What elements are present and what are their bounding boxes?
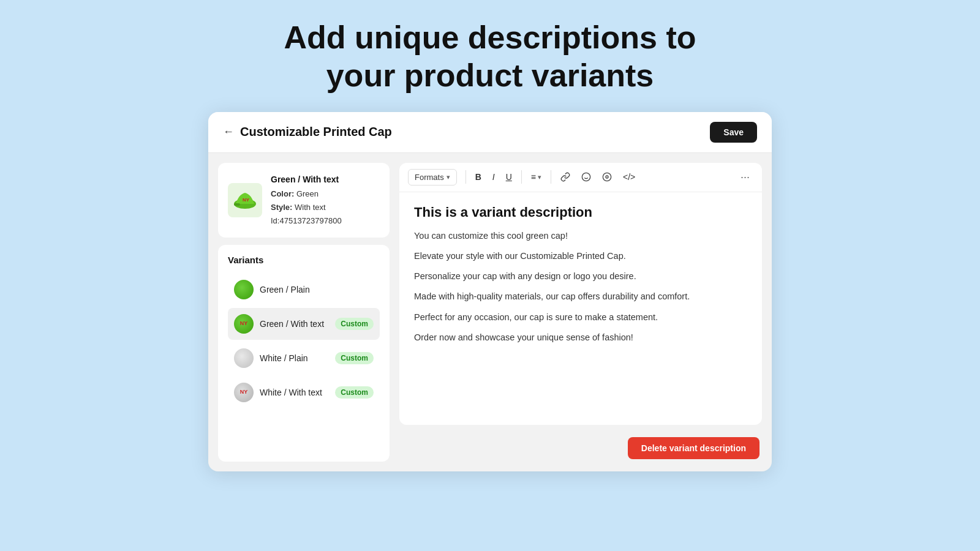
custom-badge-green-text: Custom xyxy=(335,318,374,330)
link-button[interactable] xyxy=(556,169,575,185)
italic-button[interactable]: I xyxy=(488,169,499,185)
link-icon xyxy=(560,172,570,182)
emoji-icon xyxy=(581,172,591,182)
save-button[interactable]: Save xyxy=(710,122,757,143)
product-image: NY xyxy=(228,183,262,217)
window-body: NY Green / With text Color: Green Style:… xyxy=(208,153,772,471)
product-color: Color: Green xyxy=(271,187,342,201)
product-id: Id:47513723797800 xyxy=(271,214,342,228)
window-header: ← Customizable Printed Cap Save xyxy=(208,112,772,153)
editor-para-5: Order now and showcase your unique sense… xyxy=(414,331,747,345)
media-button[interactable] xyxy=(598,169,616,185)
align-chevron-icon: ▾ xyxy=(538,173,541,181)
variants-title: Variants xyxy=(228,255,380,265)
variant-dot-green-plain xyxy=(234,280,254,299)
toolbar-separator-1 xyxy=(466,170,466,184)
variant-label-white-plain: White / Plain xyxy=(260,353,329,363)
variant-item-white-text[interactable]: NY White / With text Custom xyxy=(228,377,380,408)
editor-para-0: You can customize this cool green cap! xyxy=(414,229,747,243)
custom-badge-white-text: Custom xyxy=(335,386,374,399)
formats-chevron-icon: ▾ xyxy=(447,173,450,181)
editor-para-4: Perfect for any occasion, our cap is sur… xyxy=(414,310,747,324)
page-title: Add unique descriptions to your product … xyxy=(284,18,696,95)
svg-point-7 xyxy=(606,176,608,178)
variant-item-green-text[interactable]: NY Green / With text Custom xyxy=(228,308,380,340)
editor-content[interactable]: This is a variant description You can cu… xyxy=(399,192,762,425)
product-variant-name: Green / With text xyxy=(271,173,342,187)
emoji-button[interactable] xyxy=(577,169,595,185)
editor-para-3: Made with high-quality materials, our ca… xyxy=(414,290,747,304)
svg-point-6 xyxy=(603,173,611,181)
back-arrow-icon[interactable]: ← xyxy=(223,126,234,138)
code-button[interactable]: </> xyxy=(619,169,639,185)
product-cap-icon: NY xyxy=(233,188,257,212)
variant-dot-white-text: NY xyxy=(234,383,254,402)
bottom-bar: Delete variant description xyxy=(399,432,762,462)
formats-select[interactable]: Formats ▾ xyxy=(408,169,457,186)
svg-rect-1 xyxy=(234,203,240,206)
editor-card: Formats ▾ B I U ≡ ▾ xyxy=(399,163,762,425)
app-window: ← Customizable Printed Cap Save NY xyxy=(208,112,772,471)
editor-para-1: Elevate your style with our Customizable… xyxy=(414,249,747,263)
media-icon xyxy=(602,172,612,182)
editor-toolbar: Formats ▾ B I U ≡ ▾ xyxy=(399,163,762,192)
variant-dot-white-plain xyxy=(234,348,254,368)
svg-point-3 xyxy=(582,173,590,181)
variant-item-white-plain[interactable]: White / Plain Custom xyxy=(228,342,380,374)
variant-item-green-plain[interactable]: Green / Plain xyxy=(228,274,380,305)
product-style: Style: With text xyxy=(271,201,342,214)
variant-list: Green / Plain NY Green / With text Custo… xyxy=(228,274,380,408)
svg-text:NY: NY xyxy=(243,197,250,203)
right-panel: Formats ▾ B I U ≡ ▾ xyxy=(399,163,762,462)
variant-dot-green-text: NY xyxy=(234,314,254,334)
custom-badge-white-plain: Custom xyxy=(335,352,374,364)
variant-label-green-text: Green / With text xyxy=(260,319,329,329)
variants-card: Variants Green / Plain NY Green / With t… xyxy=(218,245,390,462)
delete-variant-button[interactable]: Delete variant description xyxy=(628,437,760,459)
product-title: Customizable Printed Cap xyxy=(240,125,392,139)
editor-heading: This is a variant description xyxy=(414,204,747,220)
product-card: NY Green / With text Color: Green Style:… xyxy=(218,163,390,238)
align-button[interactable]: ≡ ▾ xyxy=(527,169,546,185)
toolbar-separator-2 xyxy=(521,170,522,184)
underline-button[interactable]: U xyxy=(502,169,516,185)
bold-button[interactable]: B xyxy=(471,169,486,185)
variant-label-green-plain: Green / Plain xyxy=(260,285,374,294)
editor-para-2: Personalize your cap with any design or … xyxy=(414,269,747,283)
toolbar-separator-3 xyxy=(551,170,551,184)
variant-label-white-text: White / With text xyxy=(260,388,329,397)
more-button[interactable]: ··· xyxy=(737,170,753,185)
left-panel: NY Green / With text Color: Green Style:… xyxy=(218,163,390,462)
